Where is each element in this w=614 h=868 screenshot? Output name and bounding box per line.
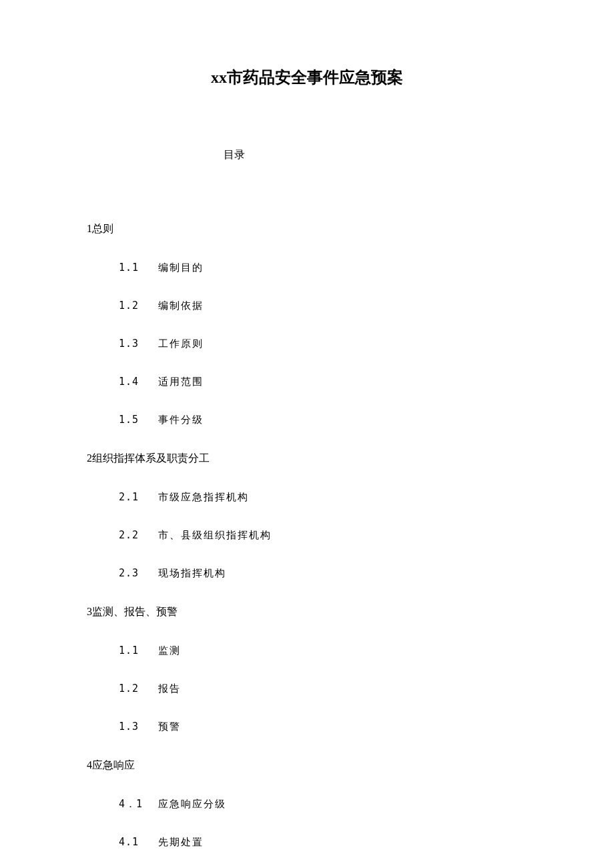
toc-text: 先期处置 <box>158 836 204 848</box>
toc-item: 2.3 现场指挥机构 <box>119 567 527 580</box>
section-header: 4应急响应 <box>87 759 527 773</box>
toc-item: 1.5 事件分级 <box>119 414 527 426</box>
toc-number: 4.1 <box>119 836 152 848</box>
toc-text: 编制目的 <box>158 262 204 274</box>
toc-text: 市、县级组织指挥机构 <box>158 529 272 541</box>
toc-number: 1.5 <box>119 414 152 426</box>
toc-item: 4．1 应急响应分级 <box>119 798 527 811</box>
toc-item: 1.1 编制目的 <box>119 262 527 274</box>
toc-item: 1.2 编制依据 <box>119 300 527 312</box>
toc-number: 2.2 <box>119 529 152 541</box>
toc-item: 1.3 预警 <box>119 721 527 733</box>
toc-number: 2.3 <box>119 567 152 579</box>
toc-item: 2.1 市级应急指挥机构 <box>119 491 527 504</box>
toc-item: 1.3 工作原则 <box>119 338 527 350</box>
section-header: 2组织指挥体系及职责分工 <box>87 452 527 466</box>
toc-text: 应急响应分级 <box>158 798 226 810</box>
toc-number: 4．1 <box>119 798 152 811</box>
toc-heading: 目录 <box>224 148 527 162</box>
toc-number: 1.2 <box>119 683 152 695</box>
document-title: xx市药品安全事件应急预案 <box>87 67 527 88</box>
toc-text: 编制依据 <box>158 300 204 312</box>
toc-number: 1.2 <box>119 300 152 312</box>
toc-item: 1.4 适用范围 <box>119 376 527 388</box>
toc-text: 监测 <box>158 644 181 657</box>
toc-item: 4.1 先期处置 <box>119 836 527 849</box>
toc-number: 1.3 <box>119 338 152 350</box>
toc-text: 预警 <box>158 721 181 733</box>
toc-text: 报告 <box>158 683 181 695</box>
section-header: 1总则 <box>87 222 527 236</box>
toc-number: 2.1 <box>119 491 152 503</box>
toc-number: 1.4 <box>119 376 152 388</box>
toc-number: 1.1 <box>119 644 152 657</box>
toc-number: 1.3 <box>119 721 152 733</box>
toc-text: 适用范围 <box>158 376 204 388</box>
toc-number: 1.1 <box>119 262 152 274</box>
toc-text: 事件分级 <box>158 414 204 426</box>
toc-text: 现场指挥机构 <box>158 567 226 579</box>
toc-item: 1.1 监测 <box>119 644 527 657</box>
toc-item: 1.2 报告 <box>119 683 527 695</box>
toc-text: 工作原则 <box>158 338 204 350</box>
toc-item: 2.2 市、县级组织指挥机构 <box>119 529 527 542</box>
toc-text: 市级应急指挥机构 <box>158 491 249 503</box>
section-header: 3监测、报告、预警 <box>87 605 527 619</box>
